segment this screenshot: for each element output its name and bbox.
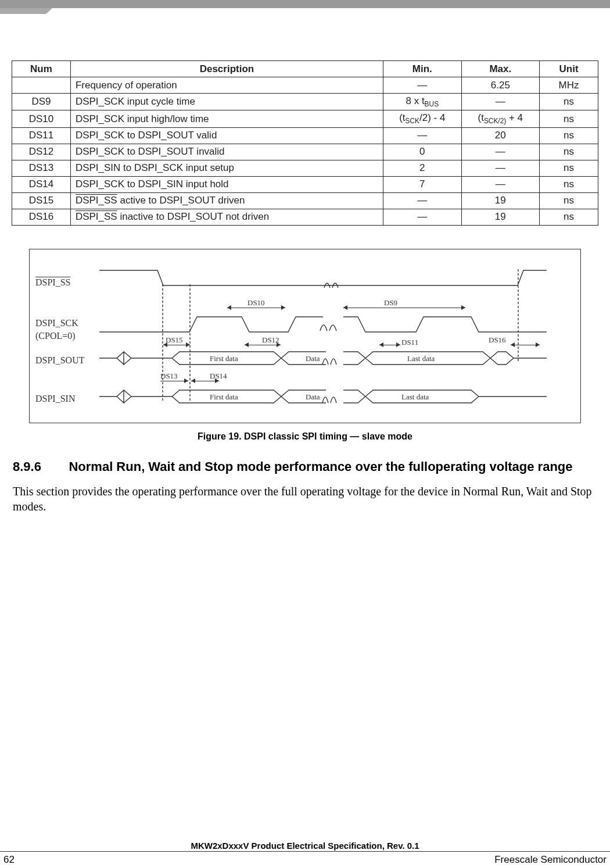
- cell-max: —: [461, 94, 540, 110]
- cell-max: 6.25: [461, 77, 540, 94]
- cell-desc: DSPI_SS active to DSPI_SOUT driven: [70, 192, 383, 209]
- cell-desc: DSPI_SCK to DSPI_SOUT invalid: [70, 144, 383, 160]
- cell-min: 7: [383, 176, 462, 192]
- label-dspi-sout: DSPI_SOUT: [35, 355, 84, 366]
- page-content: Num Description Min. Max. Unit Frequency…: [0, 8, 610, 514]
- table-row: DS10DSPI_SCK input high/low time(tSCK/2)…: [12, 110, 598, 127]
- cell-max: —: [461, 144, 540, 160]
- arrow-ds14: [191, 381, 219, 381]
- cell-min: —: [383, 127, 462, 144]
- cell-min: (tSCK/2) - 4: [383, 110, 462, 127]
- cell-max: (tSCK/2) + 4: [461, 110, 540, 127]
- label-cpol: (CPOL=0): [35, 331, 76, 341]
- page-number: 62: [3, 854, 15, 866]
- cell-desc: DSPI_SCK input cycle time: [70, 94, 383, 110]
- col-desc: Description: [70, 61, 383, 77]
- cell-min: —: [383, 192, 462, 209]
- lbl-ds10: DS10: [247, 298, 265, 308]
- table-row: DS9DSPI_SCK input cycle time8 x tBUS—ns: [12, 94, 598, 110]
- cell-max: 19: [461, 192, 540, 209]
- footer-bar: 62 Freescale Semiconductor: [0, 851, 610, 868]
- break-ss: [323, 277, 340, 289]
- figure-caption: Figure 19. DSPI classic SPI timing — sla…: [12, 431, 598, 442]
- cell-desc: DSPI_SIN to DSPI_SCK input setup: [70, 160, 383, 176]
- sin-data: Data: [306, 392, 320, 402]
- sout-last: Last data: [407, 354, 435, 363]
- col-num: Num: [12, 61, 71, 77]
- cell-max: —: [461, 160, 540, 176]
- cell-unit: ns: [540, 209, 598, 225]
- arrow-ds10: [227, 308, 285, 308]
- cell-unit: MHz: [540, 77, 598, 94]
- cell-max: 19: [461, 209, 540, 225]
- cell-num: DS16: [12, 209, 71, 225]
- cell-num: [12, 77, 71, 94]
- cell-num: DS15: [12, 192, 71, 209]
- lbl-ds13: DS13: [160, 372, 178, 381]
- break-sck: [319, 313, 339, 337]
- cell-unit: ns: [540, 94, 598, 110]
- cell-desc: Frequency of operation: [70, 77, 383, 94]
- guide-3: [518, 269, 519, 362]
- arrow-ds16: [511, 345, 540, 345]
- table-header-row: Num Description Min. Max. Unit: [12, 61, 598, 77]
- table-row: DS16DSPI_SS inactive to DSPI_SOUT not dr…: [12, 209, 598, 225]
- cell-num: DS13: [12, 160, 71, 176]
- cell-unit: ns: [540, 127, 598, 144]
- col-min: Min.: [383, 61, 462, 77]
- table-row: DS13DSPI_SIN to DSPI_SCK input setup2—ns: [12, 160, 598, 176]
- arrow-ds11: [379, 345, 400, 345]
- section-body: This section provides the operating perf…: [13, 484, 597, 514]
- col-max: Max.: [461, 61, 540, 77]
- sout-first: First data: [210, 354, 238, 363]
- cell-desc: DSPI_SCK input high/low time: [70, 110, 383, 127]
- lbl-ds16: DS16: [489, 335, 506, 345]
- cell-desc: DSPI_SCK to DSPI_SOUT valid: [70, 127, 383, 144]
- cell-num: DS14: [12, 176, 71, 192]
- cell-desc: DSPI_SCK to DSPI_SIN input hold: [70, 176, 383, 192]
- arrow-ds15: [163, 345, 190, 345]
- arrow-ds12: [245, 345, 281, 345]
- cell-num: DS9: [12, 94, 71, 110]
- cell-unit: ns: [540, 110, 598, 127]
- section-title: Normal Run, Wait and Stop mode performan…: [69, 459, 580, 474]
- break-sin: [321, 388, 339, 405]
- label-dspi-ss: DSPI_SS: [35, 277, 70, 288]
- table-row: Frequency of operation—6.25MHz: [12, 77, 598, 94]
- footer-company: Freescale Semiconductor: [494, 854, 607, 866]
- table-row: DS12DSPI_SCK to DSPI_SOUT invalid0—ns: [12, 144, 598, 160]
- accent-tab: [0, 8, 52, 14]
- label-dspi-sck: DSPI_SCK: [35, 318, 78, 328]
- timing-diagram: DSPI_SS DSPI_SCK (CPOL=0) DSPI_SOUT DSPI…: [29, 249, 581, 423]
- cell-min: 2: [383, 160, 462, 176]
- cell-unit: ns: [540, 176, 598, 192]
- section-number: 8.9.6: [13, 459, 66, 474]
- cell-min: —: [383, 209, 462, 225]
- break-sout: [321, 349, 339, 367]
- cell-num: DS10: [12, 110, 71, 127]
- lbl-ds11: DS11: [401, 338, 418, 347]
- sin-last: Last data: [401, 392, 429, 402]
- arrow-ds13: [160, 381, 188, 381]
- label-dspi-sin: DSPI_SIN: [35, 394, 75, 404]
- cell-max: 20: [461, 127, 540, 144]
- lbl-ds15: DS15: [166, 335, 183, 345]
- table-row: DS14DSPI_SCK to DSPI_SIN input hold7—ns: [12, 176, 598, 192]
- cell-num: DS11: [12, 127, 71, 144]
- cell-min: 8 x tBUS: [383, 94, 462, 110]
- col-unit: Unit: [540, 61, 598, 77]
- cell-desc: DSPI_SS inactive to DSPI_SOUT not driven: [70, 209, 383, 225]
- spec-table: Num Description Min. Max. Unit Frequency…: [12, 60, 598, 226]
- footer-doc-title: MKW2xDxxxV Product Electrical Specificat…: [0, 841, 610, 851]
- table-row: DS15DSPI_SS active to DSPI_SOUT driven—1…: [12, 192, 598, 209]
- sin-first: First data: [210, 392, 238, 402]
- cell-unit: ns: [540, 160, 598, 176]
- table-row: DS11DSPI_SCK to DSPI_SOUT valid—20ns: [12, 127, 598, 144]
- lbl-ds9: DS9: [384, 298, 397, 308]
- sout-data: Data: [306, 354, 320, 363]
- section-8-9-6: 8.9.6 Normal Run, Wait and Stop mode per…: [12, 459, 598, 514]
- cell-unit: ns: [540, 144, 598, 160]
- top-grey-bar: [0, 0, 610, 8]
- cell-num: DS12: [12, 144, 71, 160]
- cell-max: —: [461, 176, 540, 192]
